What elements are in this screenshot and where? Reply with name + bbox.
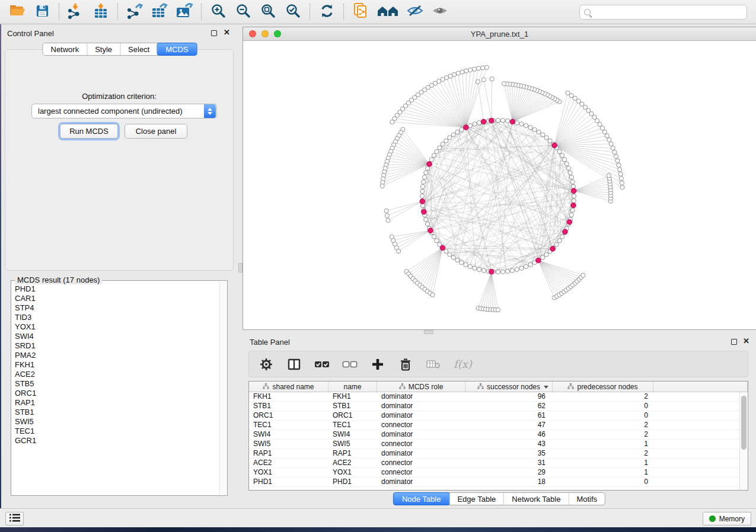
table-tab-edge-table[interactable]: Edge Table <box>449 493 503 505</box>
mcds-result-item[interactable]: STB1 <box>15 408 219 417</box>
criterion-dropdown[interactable]: largest connected component (undirected) <box>31 104 217 118</box>
export-image-button[interactable] <box>174 2 194 21</box>
mcds-result-item[interactable]: GCR1 <box>15 436 219 446</box>
table-row[interactable]: TEC1TEC1connector472 <box>249 421 748 430</box>
horizontal-splitter[interactable] <box>243 330 756 335</box>
mcds-result-item[interactable]: STP4 <box>15 303 219 313</box>
mcds-result-item[interactable]: PHD1 <box>15 284 219 294</box>
mcds-result-item[interactable]: SWI5 <box>15 417 219 427</box>
zoom-out-button[interactable] <box>233 2 253 21</box>
mcds-result-item[interactable]: ACE2 <box>15 370 219 379</box>
mcds-result-item[interactable]: PMA2 <box>15 351 219 360</box>
zoom-fit-button[interactable] <box>258 2 278 21</box>
search-input[interactable] <box>591 7 747 18</box>
open-session-button[interactable] <box>7 2 27 21</box>
network-window-titlebar[interactable]: YPA_prune.txt_1 <box>243 27 756 41</box>
deselect-all-rows-icon[interactable] <box>342 357 358 372</box>
import-network-button[interactable] <box>66 2 86 21</box>
mcds-result-item[interactable]: CAR1 <box>15 294 219 303</box>
table-header-row: shared namenameMCDS rolesuccessor nodesp… <box>249 382 748 392</box>
close-panel-button[interactable]: Close panel <box>125 124 187 139</box>
table-tab-network-table[interactable]: Network Table <box>503 493 568 505</box>
column-header-predecessor-nodes[interactable]: predecessor nodes <box>553 382 653 392</box>
memory-button[interactable]: Memory <box>703 512 751 525</box>
mcds-result-item[interactable]: FKH1 <box>15 360 219 370</box>
close-panel-icon[interactable]: ✕ <box>224 30 230 36</box>
first-neighbors-button[interactable] <box>375 2 400 21</box>
sort-desc-icon[interactable] <box>544 386 548 389</box>
tab-mcds[interactable]: MCDS <box>157 43 197 56</box>
table-row[interactable]: SWI5SWI5connector431 <box>249 440 748 449</box>
clone-network-icon <box>352 2 369 21</box>
create-column-plus-icon[interactable] <box>370 357 385 372</box>
tab-style[interactable]: Style <box>87 43 120 55</box>
toolbar-separator <box>310 4 310 20</box>
search-box[interactable] <box>579 5 747 20</box>
table-body: FKH1FKH1dominator962STB1STB1dominator620… <box>249 392 748 487</box>
memory-status-icon <box>709 515 716 522</box>
float-panel-icon[interactable] <box>211 30 217 36</box>
tab-select[interactable]: Select <box>120 43 157 55</box>
table-row[interactable]: FKH1FKH1dominator962 <box>249 392 748 402</box>
main-toolbar <box>0 0 756 24</box>
delete-column-trash-icon[interactable] <box>398 357 413 372</box>
mcds-result-item[interactable]: RAP1 <box>15 398 219 408</box>
mcds-result-item[interactable]: TEC1 <box>15 427 219 436</box>
vertical-splitter[interactable] <box>238 24 243 508</box>
splitter-grip[interactable] <box>238 263 243 273</box>
table-row[interactable]: YOX1YOX1connector291 <box>249 468 748 477</box>
save-session-button[interactable] <box>32 2 52 21</box>
close-table-panel-icon[interactable]: ✕ <box>743 338 749 344</box>
table-row[interactable]: SWI4SWI4dominator462 <box>249 430 748 440</box>
column-header-shared-name[interactable]: shared name <box>249 382 328 392</box>
zoom-in-button[interactable] <box>208 2 228 21</box>
control-panel-title: Control Panel <box>7 29 54 38</box>
float-table-panel-icon[interactable] <box>731 339 737 345</box>
mcds-result-item[interactable]: SWI4 <box>15 332 219 341</box>
zoom-fit-icon <box>260 3 276 21</box>
run-mcds-button[interactable]: Run MCDS <box>60 124 118 139</box>
mcds-result-item[interactable]: YOX1 <box>15 322 219 332</box>
network-canvas[interactable] <box>243 41 756 329</box>
zoom-selected-icon <box>285 3 301 21</box>
table-scrollbar[interactable] <box>739 392 748 490</box>
open-folder-icon <box>9 4 25 20</box>
table-toolbar: f(x) <box>248 351 748 377</box>
mcds-result-item[interactable]: STB5 <box>15 379 219 389</box>
table-panel-title: Table Panel <box>250 338 290 347</box>
node-table[interactable]: shared namenameMCDS rolesuccessor nodesp… <box>248 381 748 491</box>
houses-icon <box>377 3 399 21</box>
column-header-successor-nodes[interactable]: successor nodes <box>465 382 553 392</box>
export-table-button[interactable] <box>149 2 170 21</box>
task-history-button[interactable] <box>5 512 24 525</box>
optimization-criterion-label: Optimization criterion: <box>5 92 233 101</box>
table-tabs: Node TableEdge TableNetwork TableMotifs <box>393 492 605 505</box>
table-row[interactable]: RAP1RAP1dominator352 <box>249 449 748 459</box>
column-header-MCDS-role[interactable]: MCDS role <box>377 382 465 392</box>
mcds-result-item[interactable]: ORC1 <box>15 389 219 398</box>
import-table-button[interactable] <box>91 2 111 21</box>
mcds-result-item[interactable]: SRD1 <box>15 341 219 351</box>
hide-selected-button[interactable] <box>405 2 425 21</box>
mcds-result-list[interactable]: PHD1CAR1STP4TID3YOX1SWI4SRD1PMA2FKH1ACE2… <box>11 282 219 495</box>
mcds-list-scrollbar[interactable] <box>219 281 227 495</box>
export-network-button[interactable] <box>125 2 145 21</box>
table-row[interactable]: PHD1PHD1dominator180 <box>249 477 748 487</box>
column-header-name[interactable]: name <box>328 382 377 392</box>
apply-layout-button[interactable] <box>317 2 337 21</box>
tab-network[interactable]: Network <box>43 43 87 55</box>
splitter-grip[interactable] <box>424 330 433 334</box>
clone-network-button[interactable] <box>350 2 371 21</box>
table-row[interactable]: STB1STB1dominator620 <box>249 402 748 411</box>
table-settings-gear-icon[interactable] <box>259 357 274 372</box>
table-row[interactable]: ORC1ORC1dominator610 <box>249 411 748 421</box>
table-tab-node-table[interactable]: Node Table <box>393 492 450 505</box>
show-all-button[interactable] <box>430 2 450 21</box>
table-tab-motifs[interactable]: Motifs <box>568 493 605 505</box>
show-columns-icon[interactable] <box>286 357 302 372</box>
zoom-selected-button[interactable] <box>283 2 303 21</box>
mcds-result-item[interactable]: TID3 <box>15 313 219 322</box>
table-scrollbar-thumb[interactable] <box>741 396 747 450</box>
table-row[interactable]: ACE2ACE2connector311 <box>249 459 748 468</box>
select-all-rows-icon[interactable] <box>314 357 330 372</box>
